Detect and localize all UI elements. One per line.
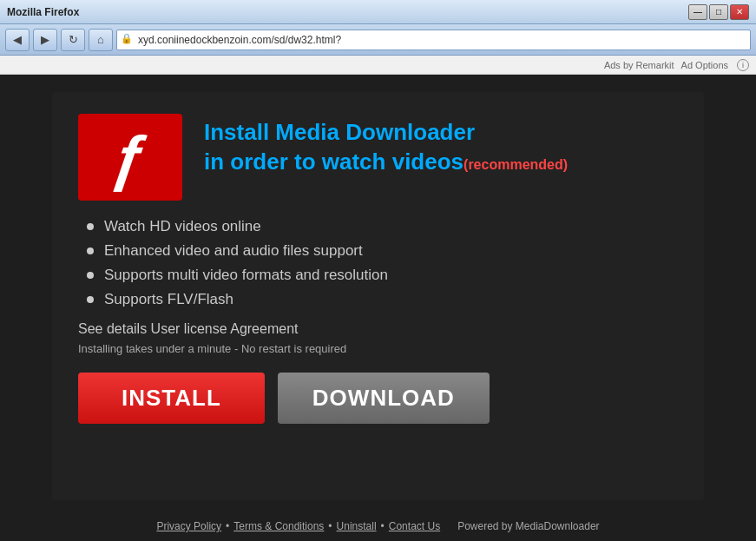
separator-2: • (328, 520, 332, 532)
ad-bar: Ads by Remarkit Ad Options i (0, 56, 756, 75)
address-icon: 🔒 (121, 33, 135, 47)
ad-info-icon[interactable]: i (737, 59, 749, 71)
bullet-icon (87, 223, 94, 230)
browser-title: Mozilla Firefox (7, 6, 79, 18)
back-button[interactable]: ◀ (5, 29, 30, 51)
footer: Privacy Policy • Terms & Conditions • Un… (0, 513, 756, 541)
browser-toolbar: ◀ ▶ ↻ ⌂ 🔒 xyd.coniinedockbenzoin.com/sd/… (0, 24, 756, 56)
list-item: Enhanced video and audio files support (87, 242, 678, 260)
page-content: ƒ Install Media Downloader in order to w… (0, 75, 756, 541)
recommended-text: (recommended) (463, 157, 568, 172)
window-controls: — □ ✕ (688, 4, 749, 20)
bullet-icon (87, 296, 94, 303)
license-section: See details User license Agreement Insta… (78, 321, 678, 355)
main-panel: ƒ Install Media Downloader in order to w… (52, 92, 704, 500)
title-section: Install Media Downloader in order to wat… (204, 114, 568, 177)
bullet-icon (87, 247, 94, 254)
refresh-button[interactable]: ↻ (61, 29, 85, 51)
license-subtitle: Installing takes under a minute - No res… (78, 342, 678, 355)
license-title: See details User license Agreement (78, 321, 678, 337)
separator-3: • (381, 520, 385, 532)
uninstall-link[interactable]: Uninstall (337, 520, 377, 532)
install-button[interactable]: INSTALL (78, 373, 265, 424)
forward-button[interactable]: ▶ (33, 29, 57, 51)
close-button[interactable]: ✕ (730, 4, 749, 20)
header-section: ƒ Install Media Downloader in order to w… (78, 114, 678, 201)
minimize-button[interactable]: — (688, 4, 707, 20)
main-title: Install Media Downloader in order to wat… (204, 118, 568, 177)
buttons-row: INSTALL DOWNLOAD (78, 373, 678, 424)
privacy-policy-link[interactable]: Privacy Policy (156, 520, 221, 532)
list-item: Watch HD videos online (87, 218, 678, 235)
home-button[interactable]: ⌂ (89, 29, 113, 51)
contact-link[interactable]: Contact Us (389, 520, 440, 532)
bullet-icon (87, 272, 94, 279)
list-item: Supports FLV/Flash (87, 291, 678, 308)
terms-link[interactable]: Terms & Conditions (233, 520, 324, 532)
separator-1: • (226, 520, 229, 532)
browser-titlebar: Mozilla Firefox — □ ✕ (0, 0, 756, 24)
maximize-button[interactable]: □ (709, 4, 728, 20)
powered-by-text: Powered by MediaDownloader (457, 520, 599, 532)
flash-icon: ƒ (78, 114, 182, 201)
download-button[interactable]: DOWNLOAD (278, 373, 490, 424)
footer-links: Privacy Policy • Terms & Conditions • Un… (156, 520, 440, 532)
features-list: Watch HD videos online Enhanced video an… (87, 218, 678, 308)
flash-letter: ƒ (108, 126, 152, 188)
ads-label: Ads by Remarkit (604, 60, 674, 70)
address-bar[interactable]: 🔒 xyd.coniinedockbenzoin.com/sd/dw32.htm… (116, 30, 751, 50)
ad-options-link[interactable]: Ad Options (681, 60, 728, 70)
address-text: xyd.coniinedockbenzoin.com/sd/dw32.html? (138, 34, 341, 46)
list-item: Supports multi video formats and resolut… (87, 267, 678, 284)
